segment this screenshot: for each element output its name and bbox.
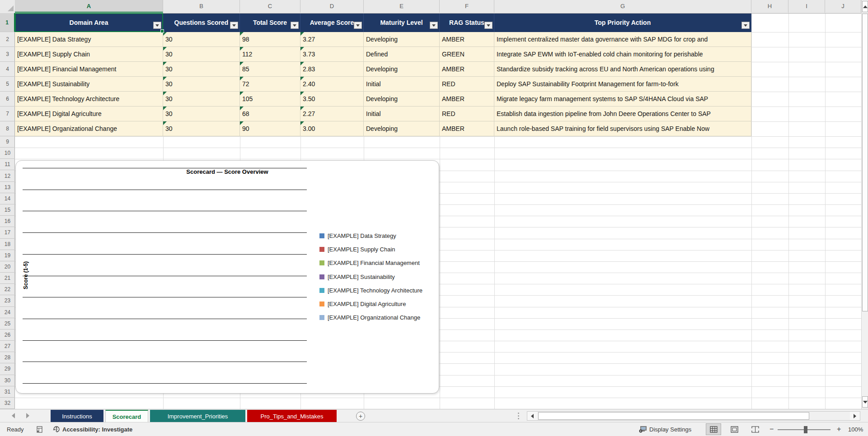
row-header-13[interactable]: 13 — [0, 182, 15, 193]
table-cell[interactable]: Developing — [364, 62, 440, 77]
header-cell-questions-scored[interactable]: Questions Scored — [163, 13, 240, 32]
table-cell[interactable]: 30 — [163, 77, 240, 92]
filter-button[interactable] — [291, 22, 299, 29]
row-header-20[interactable]: 20 — [0, 261, 15, 273]
table-cell[interactable]: Standardize subsidy tracking across EU a… — [494, 62, 751, 77]
table-cell[interactable]: Establish data ingestion pipeline from J… — [494, 107, 751, 121]
row-header-22[interactable]: 22 — [0, 284, 15, 295]
row-header-26[interactable]: 26 — [0, 329, 15, 341]
normal-view-button[interactable] — [706, 423, 721, 435]
column-header-I[interactable]: I — [788, 0, 825, 13]
table-cell[interactable]: GREEN — [440, 47, 494, 62]
row-header-27[interactable]: 27 — [0, 341, 15, 352]
column-header-B[interactable]: B — [163, 0, 240, 13]
page-break-view-button[interactable] — [747, 423, 763, 435]
sheet-tab-improvement_priorities[interactable]: Improvement_Priorities — [150, 410, 245, 422]
table-cell[interactable]: [EXAMPLE] Organizational Change — [15, 121, 163, 136]
tab-scroll-left-icon[interactable] — [12, 413, 15, 418]
row-header-25[interactable]: 25 — [0, 318, 15, 329]
tab-scroll-right-icon[interactable] — [26, 413, 29, 418]
column-header-F[interactable]: F — [440, 0, 494, 13]
table-cell[interactable]: [EXAMPLE] Supply Chain — [15, 47, 163, 62]
row-header-12[interactable]: 12 — [0, 171, 15, 182]
splitter-grip-icon[interactable] — [518, 413, 519, 419]
filter-button[interactable] — [741, 22, 750, 29]
display-settings-button[interactable]: Display Settings — [649, 422, 691, 436]
table-cell[interactable]: 105 — [240, 92, 300, 107]
row-header-28[interactable]: 28 — [0, 352, 15, 363]
filter-button[interactable] — [484, 22, 493, 29]
column-header-D[interactable]: D — [300, 0, 364, 13]
table-cell[interactable]: Developing — [364, 32, 440, 47]
sheet-tab-pro_tips_and_mistakes[interactable]: Pro_Tips_and_Mistakes — [247, 410, 337, 422]
table-cell[interactable]: Initial — [364, 107, 440, 121]
column-header-J[interactable]: J — [825, 0, 861, 13]
table-cell[interactable]: 3.50 — [300, 92, 364, 107]
table-cell[interactable]: Integrate SAP EWM with IoT-enabled cold … — [494, 47, 751, 62]
row-header-5[interactable]: 5 — [0, 77, 15, 92]
scroll-left-button[interactable] — [527, 412, 537, 420]
scroll-right-button[interactable] — [850, 412, 860, 420]
column-header-G[interactable]: G — [494, 0, 751, 13]
row-header-18[interactable]: 18 — [0, 239, 15, 250]
row-header-2[interactable]: 2 — [0, 32, 15, 47]
macro-record-icon[interactable] — [36, 422, 43, 436]
header-cell-domain-area[interactable]: Domain Area — [15, 13, 163, 32]
table-cell[interactable]: 2.40 — [300, 77, 364, 92]
table-cell[interactable]: AMBER — [440, 32, 494, 47]
table-cell[interactable]: AMBER — [440, 92, 494, 107]
row-header-9[interactable]: 9 — [0, 136, 15, 148]
column-header-A[interactable]: A — [15, 0, 163, 13]
table-cell[interactable]: AMBER — [440, 121, 494, 136]
zoom-level[interactable]: 100% — [848, 422, 863, 436]
row-header-30[interactable]: 30 — [0, 375, 15, 386]
filter-button[interactable] — [430, 22, 438, 29]
table-cell[interactable]: 30 — [163, 92, 240, 107]
row-header-3[interactable]: 3 — [0, 47, 15, 62]
accessibility-status[interactable]: Accessibility: Investigate — [62, 422, 132, 436]
table-cell[interactable]: [EXAMPLE] Financial Management — [15, 62, 163, 77]
column-header-C[interactable]: C — [240, 0, 300, 13]
row-header-19[interactable]: 19 — [0, 250, 15, 261]
table-cell[interactable]: AMBER — [440, 62, 494, 77]
row-header-10[interactable]: 10 — [0, 148, 15, 159]
row-header-4[interactable]: 4 — [0, 62, 15, 77]
zoom-slider-thumb[interactable] — [804, 426, 807, 433]
table-cell[interactable]: 112 — [240, 47, 300, 62]
column-header-E[interactable]: E — [364, 0, 440, 13]
sheet-tab-scorecard[interactable]: Scorecard — [105, 410, 148, 422]
table-cell[interactable]: [EXAMPLE] Digital Agriculture — [15, 107, 163, 121]
row-header-14[interactable]: 14 — [0, 193, 15, 204]
vertical-scrollbar[interactable] — [861, 0, 868, 409]
header-cell-top-priority-action[interactable]: Top Priority Action — [494, 13, 751, 32]
table-cell[interactable]: Developing — [364, 92, 440, 107]
table-cell[interactable]: 72 — [240, 77, 300, 92]
table-cell[interactable]: Implement centralized master data govern… — [494, 32, 751, 47]
table-cell[interactable]: 30 — [163, 47, 240, 62]
table-cell[interactable]: Initial — [364, 77, 440, 92]
table-cell[interactable]: 98 — [240, 32, 300, 47]
chart-panel[interactable]: Scorecard — Score Overview Score (1-5) [… — [15, 160, 439, 394]
vertical-scroll-thumb[interactable] — [862, 14, 868, 311]
table-cell[interactable]: Launch role-based SAP training for field… — [494, 121, 751, 136]
select-all-corner[interactable] — [0, 0, 15, 13]
horizontal-scroll-thumb[interactable] — [538, 412, 809, 420]
header-cell-total-score[interactable]: Total Score — [240, 13, 300, 32]
sheet-tab-instructions[interactable]: Instructions — [51, 410, 103, 422]
table-cell[interactable]: Migrate legacy farm management systems t… — [494, 92, 751, 107]
row-header-15[interactable]: 15 — [0, 204, 15, 216]
table-cell[interactable]: 30 — [163, 121, 240, 136]
row-header-7[interactable]: 7 — [0, 107, 15, 121]
row-header-17[interactable]: 17 — [0, 227, 15, 238]
table-cell[interactable]: 2.83 — [300, 62, 364, 77]
filter-button[interactable] — [354, 22, 362, 29]
row-header-21[interactable]: 21 — [0, 273, 15, 284]
row-header-31[interactable]: 31 — [0, 386, 15, 398]
row-header-1[interactable]: 1 — [0, 13, 15, 32]
table-cell[interactable]: 30 — [163, 107, 240, 121]
table-cell[interactable]: 85 — [240, 62, 300, 77]
scroll-down-button[interactable] — [862, 396, 868, 408]
table-cell[interactable]: [EXAMPLE] Technology Architecture — [15, 92, 163, 107]
row-header-23[interactable]: 23 — [0, 295, 15, 306]
table-cell[interactable]: Deploy SAP Sustainability Footprint Mana… — [494, 77, 751, 92]
